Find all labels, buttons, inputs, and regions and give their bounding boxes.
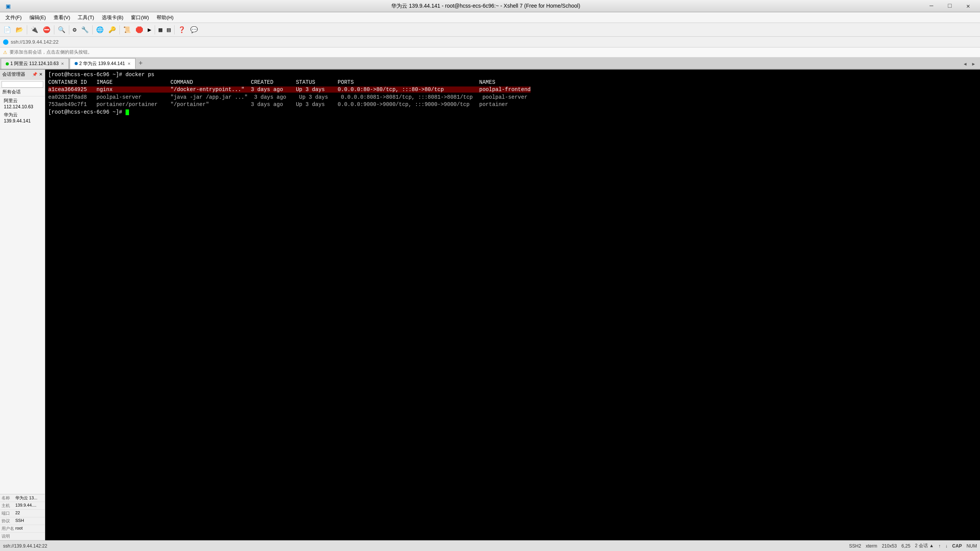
tab-navigation: ◀ ▶ xyxy=(962,60,977,67)
info-value-port: 22 xyxy=(15,510,43,516)
tab-close-1[interactable]: ✕ xyxy=(61,62,64,66)
toolbar-run[interactable]: ▶ xyxy=(146,24,154,35)
info-label-description: 说明 xyxy=(2,533,15,539)
toolbar-settings[interactable]: ⚙ xyxy=(71,24,78,35)
toolbar-sep6 xyxy=(155,25,155,34)
toolbar-sep4 xyxy=(92,25,93,34)
session-label-huawei: 华为云 139.9.44.141 xyxy=(4,112,42,124)
info-row-protocol: 协议 SSH xyxy=(0,517,45,525)
menu-window[interactable]: 窗口(W) xyxy=(127,13,153,22)
toolbar-search[interactable]: 🔍 xyxy=(56,24,67,35)
session-label-aliyun: 阿里云 112.124.10.63 xyxy=(4,98,42,109)
menu-help[interactable]: 帮助(H) xyxy=(153,13,177,22)
status-position: 6,25 xyxy=(902,543,910,549)
status-sessions: 2 会话 ▲ xyxy=(915,543,934,549)
tab-scroll-right[interactable]: ▶ xyxy=(970,60,977,67)
window-title: 华为云 139.9.44.141 - root@hcss-ecs-6c96:~ … xyxy=(49,3,923,10)
all-sessions-section[interactable]: 所有会话 xyxy=(0,88,45,96)
sidebar-close-icon[interactable]: ✕ xyxy=(39,72,42,77)
info-label-name: 名称 xyxy=(2,495,15,501)
prompt1: [root@hcss-ecs-6c96 ~]# docker ps xyxy=(48,72,154,78)
toolbar-key[interactable]: 🔑 xyxy=(106,24,118,35)
session-info-panel: 名称 华为云 13... 主机 139.9.44.... 端口 22 协议 SS… xyxy=(0,494,45,540)
tab-session2[interactable]: 2 华为云 139.9.44.141 ✕ xyxy=(70,58,135,69)
info-label-protocol: 协议 xyxy=(2,518,15,524)
info-row-name: 名称 华为云 13... xyxy=(0,494,45,502)
status-term: xterm xyxy=(866,543,877,549)
tip-bar: ⚠ 要添加当前会话，点击左侧的箭头按钮。 xyxy=(0,47,980,57)
info-row-username: 用户名 root xyxy=(0,525,45,533)
status-up-icon: ↑ xyxy=(938,543,941,549)
cursor xyxy=(126,109,129,115)
toolbar-globe[interactable]: 🌐 xyxy=(94,24,106,35)
info-label-username: 用户名 xyxy=(2,526,15,531)
window-controls: ─ □ ✕ xyxy=(923,0,977,12)
restore-button[interactable]: □ xyxy=(941,0,959,12)
toolbar-new-session[interactable]: 📄 xyxy=(2,24,13,35)
session-manager-title: 会话管理器 xyxy=(2,71,25,78)
sidebar-pin-icon[interactable]: 📌 xyxy=(32,72,38,77)
menu-view[interactable]: 查看(V) xyxy=(50,13,74,22)
status-num: NUM xyxy=(967,543,977,549)
status-connection: ssh://139.9.44.142:22 xyxy=(3,543,47,549)
app-logo-icon: ▣ xyxy=(6,2,10,10)
toolbar-stop[interactable]: 🛑 xyxy=(134,24,145,35)
status-encoding: SSH2 xyxy=(849,543,861,549)
tip-icon: ⚠ xyxy=(3,50,7,55)
session-search-input[interactable] xyxy=(2,81,43,88)
minimize-button[interactable]: ─ xyxy=(923,0,940,12)
toolbar-sep2 xyxy=(54,25,54,34)
info-label-port: 端口 xyxy=(2,510,15,516)
status-cap: CAP xyxy=(952,543,962,549)
info-label-host: 主机 xyxy=(2,503,15,509)
all-sessions-label: 所有会话 xyxy=(2,89,21,95)
tab-session1[interactable]: 1 阿里云 112.124.10.63 ✕ xyxy=(1,58,69,69)
info-value-protocol: SSH xyxy=(15,518,43,524)
toolbar-script[interactable]: 📜 xyxy=(121,24,133,35)
menu-edit[interactable]: 编辑(E) xyxy=(26,13,50,22)
sidebar-item-huawei[interactable]: 华为云 139.9.44.141 xyxy=(0,111,45,125)
toolbar-open[interactable]: 📂 xyxy=(14,24,25,35)
menu-tabs[interactable]: 选项卡(B) xyxy=(98,13,127,22)
docker-row-3: 753aeb49c7f1 portainer/portainer "/porta… xyxy=(48,101,508,108)
toolbar-connect[interactable]: 🔌 xyxy=(29,24,40,35)
tab-close-2[interactable]: ✕ xyxy=(127,62,131,66)
connection-status-icon xyxy=(3,39,8,45)
toolbar-layout2[interactable]: ▤ xyxy=(165,24,173,35)
info-value-host: 139.9.44.... xyxy=(15,503,43,509)
toolbar-layout[interactable]: ▦ xyxy=(157,24,164,35)
status-right: SSH2 xterm 210x53 6,25 2 会话 ▲ ↑ ↓ CAP NU… xyxy=(849,543,977,549)
toolbar-sep5 xyxy=(119,25,120,34)
session-manager-panel: 会话管理器 📌 ✕ 所有会话 阿里云 112.124.10.63 华为云 139… xyxy=(0,70,45,540)
toolbar-options[interactable]: 🔧 xyxy=(79,24,91,35)
content-area: 会话管理器 📌 ✕ 所有会话 阿里云 112.124.10.63 华为云 139… xyxy=(0,70,980,540)
toolbar-sep1 xyxy=(27,25,27,34)
prompt2: [root@hcss-ecs-6c96 ~]# xyxy=(48,109,126,115)
tab-label-1: 1 阿里云 112.124.10.63 xyxy=(10,60,59,67)
info-row-description: 说明 xyxy=(0,533,45,540)
session-search xyxy=(0,80,45,88)
toolbar-chat[interactable]: 💬 xyxy=(188,24,200,35)
toolbar: 📄 📂 🔌 ⛔ 🔍 ⚙ 🔧 🌐 🔑 📜 🛑 ▶ ▦ ▤ ❓ 💬 xyxy=(0,23,980,37)
toolbar-disconnect[interactable]: ⛔ xyxy=(41,24,52,35)
tip-text: 要添加当前会话，点击左侧的箭头按钮。 xyxy=(10,49,92,55)
tab-dot-2 xyxy=(75,62,78,65)
toolbar-sep3 xyxy=(69,25,69,34)
info-value-username: root xyxy=(15,526,43,531)
menu-tools[interactable]: 工具(T) xyxy=(74,13,98,22)
status-left: ssh://139.9.44.142:22 xyxy=(3,543,47,549)
tab-label-2: 2 华为云 139.9.44.141 xyxy=(79,60,125,67)
info-row-port: 端口 22 xyxy=(0,510,45,517)
sidebar-item-aliyun[interactable]: 阿里云 112.124.10.63 xyxy=(0,96,45,111)
info-value-description xyxy=(15,533,43,539)
tab-dot-1 xyxy=(6,62,9,65)
tab-scroll-left[interactable]: ◀ xyxy=(962,60,969,67)
terminal-area[interactable]: [root@hcss-ecs-6c96 ~]# docker ps CONTAI… xyxy=(45,70,980,540)
tab-add-button[interactable]: + xyxy=(136,58,146,69)
address-text: ssh://139.9.44.142:22 xyxy=(11,39,59,45)
toolbar-help[interactable]: ❓ xyxy=(176,24,188,35)
menu-file[interactable]: 文件(F) xyxy=(2,13,26,22)
close-button[interactable]: ✕ xyxy=(959,0,977,12)
toolbar-sep7 xyxy=(174,25,175,34)
sidebar-icons: 📌 ✕ xyxy=(32,72,42,77)
